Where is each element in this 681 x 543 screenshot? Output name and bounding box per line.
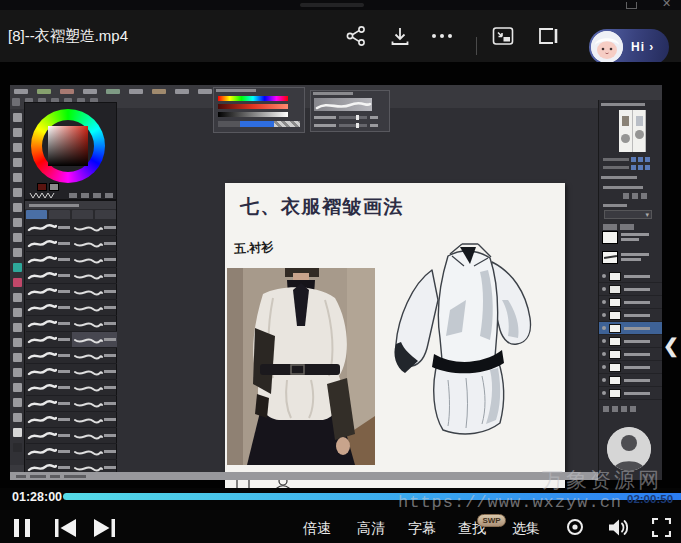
tool-icon[interactable] [13,113,22,122]
rotate-slider[interactable] [603,166,629,169]
tool-icon[interactable] [13,143,22,152]
expression-color-dropdown[interactable] [604,210,652,219]
quality-button[interactable]: 高清 [357,520,385,538]
effect-button[interactable] [641,193,647,199]
tool-icon[interactable] [13,263,22,272]
brush-tab[interactable] [26,210,47,219]
episodes-button[interactable]: 选集 [512,520,540,538]
previous-episode-button[interactable] [55,519,76,537]
layer-row[interactable] [599,270,662,283]
brush-tab[interactable] [95,210,116,219]
drawing-canvas[interactable]: 七、衣服褶皱画法 五.衬衫 [225,183,565,495]
pause-button[interactable] [14,519,30,537]
foreground-color-swatch[interactable] [37,183,47,191]
tool-icon[interactable] [13,248,22,257]
brush-preset[interactable] [26,412,72,428]
menu-item[interactable] [198,89,212,94]
brush-preset[interactable] [72,300,118,316]
presenter-avatar-bubble[interactable] [607,427,651,471]
toolbar-button[interactable] [12,98,20,106]
tool-icon[interactable] [13,128,22,137]
seek-bar[interactable] [63,493,681,500]
brush-preset[interactable] [72,252,118,268]
color-panel-button[interactable] [105,193,113,198]
video-frame[interactable]: 七、衣服褶皱画法 五.衬衫 [0,62,681,488]
layer-button[interactable] [621,406,627,412]
mini-window-icon[interactable] [536,24,560,48]
tool-icon[interactable] [13,188,22,197]
layer-row[interactable] [599,296,662,309]
fullscreen-icon[interactable] [652,518,671,537]
tool-icon[interactable] [13,203,22,212]
menu-item[interactable] [106,89,120,94]
background-color-swatch[interactable] [49,183,59,191]
brush-preset[interactable] [72,268,118,284]
brush-preset[interactable] [72,428,118,444]
episode-drawer-toggle[interactable]: ❮ [663,334,681,362]
layer-row[interactable] [599,374,662,387]
brush-preset[interactable] [26,268,72,284]
menu-item[interactable] [14,89,28,94]
vip-badge[interactable]: SWP [477,514,506,527]
volume-icon[interactable] [608,518,630,537]
layer-button[interactable] [603,406,609,412]
color-panel-button[interactable] [93,193,101,198]
effect-button[interactable] [623,193,629,199]
brush-preset[interactable] [72,348,118,364]
alpha-fill[interactable] [240,121,274,127]
brush-preset[interactable] [26,252,72,268]
tool-icon[interactable] [13,158,22,167]
layer-row-large[interactable] [602,248,660,266]
tool-icon[interactable] [13,308,22,317]
layer-row[interactable] [599,387,662,400]
tool-icon[interactable] [13,443,22,452]
subtitles-button[interactable]: 字幕 [408,520,436,538]
brush-preset[interactable] [26,236,72,252]
tool-icon[interactable] [13,173,22,182]
more-icon[interactable] [430,24,454,48]
tool-icon[interactable] [13,278,22,287]
color-panel-button[interactable] [81,193,89,198]
layer-button[interactable] [612,406,618,412]
layer-row[interactable] [599,322,662,335]
download-icon[interactable] [388,24,412,48]
hue-slider[interactable] [218,96,288,101]
menu-item[interactable] [60,89,74,94]
menu-item[interactable] [37,89,51,94]
brush-preset[interactable] [26,444,72,460]
layer-row-large[interactable] [602,228,660,246]
brush-preset[interactable] [72,380,118,396]
brush-preset[interactable] [26,220,72,236]
saturation-value-square[interactable] [48,126,88,166]
brush-tab[interactable] [49,210,70,219]
brush-preset[interactable] [72,412,118,428]
tool-icon[interactable] [13,428,22,437]
brush-preset[interactable] [72,220,118,236]
brush-preset[interactable] [72,236,118,252]
tool-icon[interactable] [13,383,22,392]
share-icon[interactable] [344,24,368,48]
brush-preset[interactable] [72,444,118,460]
brush-preset[interactable] [26,396,72,412]
tool-icon[interactable] [13,413,22,422]
account-pill[interactable]: Hi › [589,29,669,65]
brush-preset[interactable] [72,316,118,332]
tool-icon[interactable] [13,368,22,377]
layer-row[interactable] [599,309,662,322]
maximize-icon[interactable] [626,2,637,9]
brush-tab[interactable] [72,210,93,219]
tool-icon[interactable] [13,353,22,362]
zoom-slider[interactable] [603,158,629,161]
brush-preset[interactable] [26,284,72,300]
brush-preset[interactable] [26,332,72,348]
navigator-thumbnail[interactable] [619,110,646,152]
brush-preset[interactable] [26,316,72,332]
layer-row[interactable] [599,283,662,296]
layer-row[interactable] [599,361,662,374]
effect-button[interactable] [632,193,638,199]
value-slider[interactable] [218,112,288,117]
brush-preset[interactable] [72,364,118,380]
brush-preset[interactable] [26,348,72,364]
layer-row[interactable] [599,348,662,361]
playback-speed-button[interactable]: 倍速 [303,520,331,538]
